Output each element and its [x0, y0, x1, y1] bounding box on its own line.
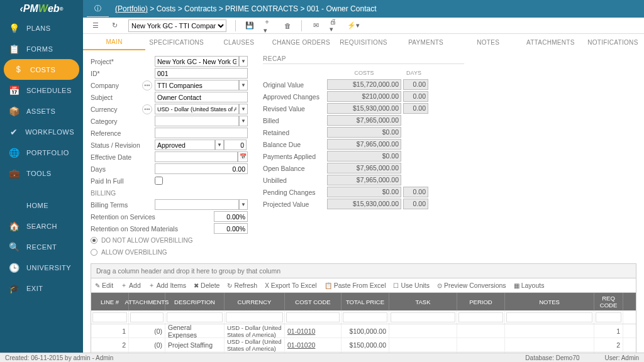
grid-btn-add[interactable]: ＋Add — [121, 281, 141, 290]
tab-main[interactable]: MAIN — [83, 34, 145, 50]
grid-btn-export-to-excel[interactable]: XExport To Excel — [265, 281, 316, 290]
tabs: MAINSPECIFICATIONSCLAUSESCHANGE ORDERSRE… — [83, 34, 644, 50]
tab-attachments[interactable]: ATTACHMENTS — [519, 34, 582, 50]
sidebar-item-plans[interactable]: 💡PLANS — [0, 18, 83, 38]
radio-no-overbilling[interactable]: DO NOT ALLOW OVERBILLING — [91, 234, 253, 246]
filter-input[interactable] — [343, 312, 387, 322]
dropdown-icon[interactable]: ▼ — [239, 199, 248, 210]
grid-btn-delete[interactable]: ✖Delete — [194, 281, 219, 290]
col-notes[interactable]: NOTES — [505, 293, 594, 310]
col-task[interactable]: TASK — [389, 293, 457, 310]
field-retmat[interactable] — [214, 223, 248, 234]
col-reqcode[interactable]: REQ CODE — [594, 293, 623, 310]
grid-btn-layouts[interactable]: ▦Layouts — [514, 281, 545, 290]
tab-requisitions[interactable]: REQUISITIONS — [332, 34, 394, 50]
filter-input[interactable] — [167, 312, 223, 322]
grid-btn-preview-conversions[interactable]: ⊙Preview Conversions — [437, 281, 506, 290]
filter-input[interactable] — [458, 312, 503, 322]
mail-icon[interactable]: ✉ — [311, 21, 321, 31]
filter-input[interactable] — [286, 312, 340, 322]
save-icon[interactable]: 💾 — [245, 21, 255, 31]
filter-input[interactable] — [596, 312, 621, 322]
tab-change-orders[interactable]: CHANGE ORDERS — [270, 34, 332, 50]
print-icon[interactable]: 🖨▾ — [330, 21, 340, 31]
col-period[interactable]: PERIOD — [457, 293, 505, 310]
field-subject[interactable] — [155, 92, 248, 102]
record-select[interactable]: New York GC - TTI Companies - 001 — [128, 19, 226, 32]
col-attachments[interactable]: ATTACHMENTS — [129, 293, 165, 310]
company-lookup-icon[interactable]: ••• — [142, 80, 152, 90]
sidebar-item-assets[interactable]: 📦ASSETS — [0, 101, 83, 121]
field-project[interactable] — [155, 56, 239, 67]
field-billingterms[interactable] — [155, 199, 239, 210]
breadcrumb: (Portfolio) > Costs > Contracts > PRIME … — [115, 4, 376, 13]
info-icon[interactable]: ⓘ — [87, 1, 109, 17]
sidebar-item-workflows[interactable]: ✔WORKFLOWS — [0, 121, 83, 142]
dropdown-icon[interactable]: ▼ — [239, 80, 248, 90]
add-icon[interactable]: ＋▾ — [264, 21, 274, 31]
currency-lookup-icon[interactable]: ••• — [142, 104, 152, 114]
sidebar-item-costs[interactable]: ＄COSTS — [4, 59, 79, 80]
tab-notes[interactable]: NOTES — [457, 34, 519, 50]
grid-btn-edit[interactable]: ✎Edit — [95, 281, 113, 290]
recap-balance-due: $7,965,000.00 — [327, 139, 401, 150]
sidebar-item-exit[interactable]: 🎓EXIT — [0, 278, 83, 299]
col-totalprice[interactable]: TOTAL PRICE — [341, 293, 389, 310]
grid-btn-add-items[interactable]: ＋Add Items — [148, 281, 186, 290]
paid-checkbox[interactable] — [155, 177, 163, 185]
recap-unbilled: $7,965,000.00 — [327, 175, 401, 185]
field-retserv[interactable] — [214, 211, 248, 222]
sidebar-item-forms[interactable]: 📋FORMS — [0, 38, 83, 59]
filter-input[interactable] — [226, 312, 283, 322]
col-costcode[interactable]: COST CODE — [285, 293, 341, 310]
tools-icon: 💼 — [9, 168, 20, 178]
list-icon[interactable]: ☰ — [91, 21, 101, 31]
university-icon: 🕒 — [9, 263, 20, 273]
recap-payments-applied: $0.00 — [327, 151, 401, 162]
filter-input[interactable] — [391, 312, 455, 322]
sidebar-item-university[interactable]: 🕒UNIVERSITY — [0, 257, 83, 278]
col-currency[interactable]: CURRENCY — [225, 293, 285, 310]
field-revision[interactable] — [224, 140, 247, 150]
grid-btn-refresh[interactable]: ↻Refresh — [227, 281, 257, 290]
dropdown-icon[interactable]: ▼ — [215, 140, 224, 150]
action-icon[interactable]: ⚡▾ — [348, 21, 358, 31]
tab-notifications[interactable]: NOTIFICATIONS — [582, 34, 644, 50]
sidebar-item-search[interactable]: 🏠SEARCH — [0, 216, 83, 236]
toolbar: ☰ ↻ New York GC - TTI Companies - 001 💾 … — [83, 18, 644, 34]
field-status[interactable] — [155, 140, 215, 150]
field-company[interactable] — [155, 80, 239, 90]
table-row[interactable]: 2(0)Project StaffingUSD - Dollar (United… — [91, 338, 636, 352]
breadcrumb-portfolio[interactable]: (Portfolio) — [115, 4, 148, 13]
tab-payments[interactable]: PAYMENTS — [395, 34, 457, 50]
filter-input[interactable] — [92, 312, 127, 322]
filter-input[interactable] — [506, 312, 592, 322]
sidebar-item-recent[interactable]: 🔍RECENT — [0, 236, 83, 257]
field-category[interactable] — [155, 116, 239, 126]
dropdown-icon[interactable]: ▼ — [239, 56, 248, 67]
dropdown-icon[interactable]: ▼ — [239, 116, 248, 126]
sidebar-item-portfolio[interactable]: 🌐PORTFOLIO — [0, 142, 83, 163]
field-currency[interactable] — [155, 104, 239, 114]
field-reference[interactable] — [155, 128, 248, 138]
tab-specifications[interactable]: SPECIFICATIONS — [145, 34, 208, 50]
calendar-icon[interactable]: 📅 — [238, 151, 248, 162]
dropdown-icon[interactable]: ▼ — [239, 104, 248, 114]
grid-btn-paste-from-excel[interactable]: 📋Paste From Excel — [325, 281, 386, 290]
grid-btn-use-units[interactable]: ☐Use Units — [393, 281, 430, 290]
table-row[interactable]: 1(0)General ExpensesUSD - Dollar (United… — [91, 324, 636, 338]
field-days[interactable] — [155, 163, 248, 174]
col-description[interactable]: DESCRIPTION — [165, 293, 225, 310]
filter-input[interactable] — [130, 312, 164, 322]
col-line[interactable]: LINE # — [91, 293, 129, 310]
refresh-icon[interactable]: ↻ — [109, 21, 119, 31]
sidebar-item-tools[interactable]: 💼TOOLS — [0, 163, 83, 184]
delete-icon[interactable]: 🗑 — [282, 21, 292, 31]
sidebar-item-schedules[interactable]: 📅SCHEDULES — [0, 80, 83, 101]
grid-group-hint[interactable]: Drag a column header and drop it here to… — [91, 264, 636, 278]
sidebar-item-home[interactable]: HOME — [0, 195, 83, 216]
field-effdate[interactable] — [155, 151, 238, 162]
field-id[interactable] — [155, 68, 248, 79]
radio-allow-overbilling[interactable]: ALLOW OVERBILLING — [91, 246, 253, 258]
tab-clauses[interactable]: CLAUSES — [208, 34, 270, 50]
